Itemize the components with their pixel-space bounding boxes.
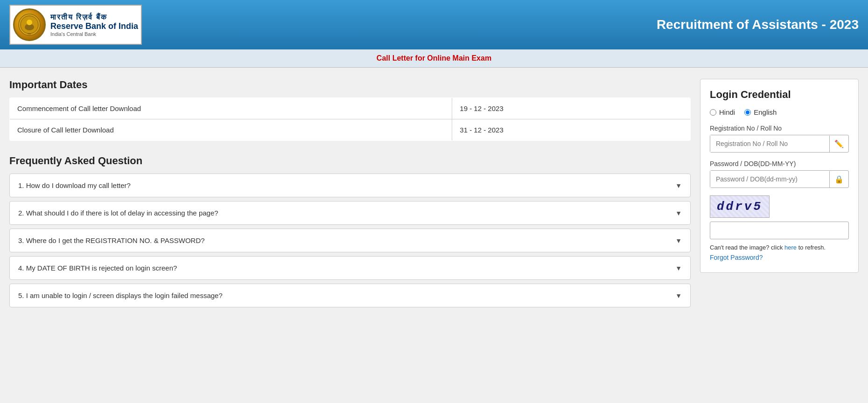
faq-item[interactable]: 3. Where do I get the REGISTRATION NO. &… [9, 229, 691, 252]
faq-title: Frequently Asked Question [9, 155, 691, 167]
lock-icon[interactable]: 🔒 [829, 171, 848, 188]
logo-text-block: मारतीय रिज़र्व बैंक Reserve Bank of Indi… [50, 13, 138, 37]
faq-item[interactable]: 4. My DATE OF BIRTH is rejected on login… [9, 256, 691, 280]
table-row: Commencement of Call letter Download 19 … [10, 98, 691, 119]
sub-header-text: Call Letter for Online Main Exam [377, 54, 491, 62]
page-header: RBI मारतीय रिज़र्व बैंक Reserve Bank of … [0, 0, 868, 49]
faq-list: 1. How do I download my call letter? ▼ 2… [9, 174, 691, 307]
left-panel: Important Dates Commencement of Call let… [9, 79, 691, 311]
password-input-wrapper: 🔒 [710, 170, 849, 188]
login-title: Login Credential [710, 89, 849, 101]
captcha-refresh-text: Can't read the image? click here to refr… [710, 244, 849, 251]
chevron-down-icon: ▼ [675, 292, 682, 299]
captcha-refresh-link[interactable]: here [784, 244, 797, 251]
logo-hindi-text: मारतीय रिज़र्व बैंक [50, 13, 138, 21]
reg-field-label: Registration No / Roll No [710, 125, 849, 132]
faq-question: 1. How do I download my call letter? [18, 181, 131, 189]
language-hindi-option[interactable]: Hindi [710, 108, 735, 116]
main-content: Important Dates Commencement of Call let… [0, 68, 868, 322]
captcha-image: ddrv5 [710, 195, 770, 218]
faq-item[interactable]: 1. How do I download my call letter? ▼ [9, 174, 691, 197]
faq-item[interactable]: 2. What should I do if there is lot of d… [9, 201, 691, 225]
language-hindi-radio[interactable] [710, 109, 716, 116]
language-english-label: English [754, 108, 777, 116]
sub-header-banner: Call Letter for Online Main Exam [0, 49, 868, 68]
language-english-radio[interactable] [744, 109, 751, 116]
reg-input[interactable] [710, 135, 829, 152]
date-label: Commencement of Call letter Download [10, 98, 452, 119]
logo-sub-text: India's Central Bank [50, 31, 138, 37]
date-label: Closure of Call letter Download [10, 119, 452, 141]
reg-input-wrapper: ✏️ [710, 135, 849, 153]
language-hindi-label: Hindi [719, 108, 735, 116]
faq-item[interactable]: 5. I am unable to login / screen display… [9, 284, 691, 307]
svg-point-3 [27, 20, 32, 25]
login-box: Login Credential Hindi English Registrat… [700, 79, 859, 273]
faq-question: 3. Where do I get the REGISTRATION NO. &… [18, 236, 205, 244]
chevron-down-icon: ▼ [675, 264, 682, 272]
faq-question: 4. My DATE OF BIRTH is rejected on login… [18, 264, 177, 272]
faq-question: 5. I am unable to login / screen display… [18, 292, 223, 299]
date-value: 31 - 12 - 2023 [452, 119, 691, 141]
password-input[interactable] [710, 171, 829, 188]
pencil-icon[interactable]: ✏️ [829, 136, 848, 152]
important-dates-title: Important Dates [9, 79, 691, 91]
rbi-logo-box: RBI मारतीय रिज़र्व बैंक Reserve Bank of … [9, 5, 142, 45]
language-english-option[interactable]: English [744, 108, 777, 116]
logo-english-text: Reserve Bank of India [50, 21, 138, 31]
chevron-down-icon: ▼ [675, 182, 682, 189]
language-selector: Hindi English [710, 108, 849, 116]
forgot-password-link[interactable]: Forgot Password? [710, 254, 849, 261]
faq-question: 2. What should I do if there is lot of d… [18, 209, 218, 217]
rbi-emblem: RBI [13, 8, 46, 41]
important-dates-table: Commencement of Call letter Download 19 … [9, 97, 691, 141]
captcha-input[interactable] [710, 222, 849, 239]
table-row: Closure of Call letter Download 31 - 12 … [10, 119, 691, 141]
chevron-down-icon: ▼ [675, 209, 682, 217]
date-value: 19 - 12 - 2023 [452, 98, 691, 119]
chevron-down-icon: ▼ [675, 237, 682, 244]
svg-text:RBI: RBI [28, 33, 31, 35]
password-field-label: Password / DOB(DD-MM-YY) [710, 160, 849, 167]
right-panel: Login Credential Hindi English Registrat… [700, 79, 859, 311]
page-title: Recruitment of Assistants - 2023 [657, 17, 859, 32]
